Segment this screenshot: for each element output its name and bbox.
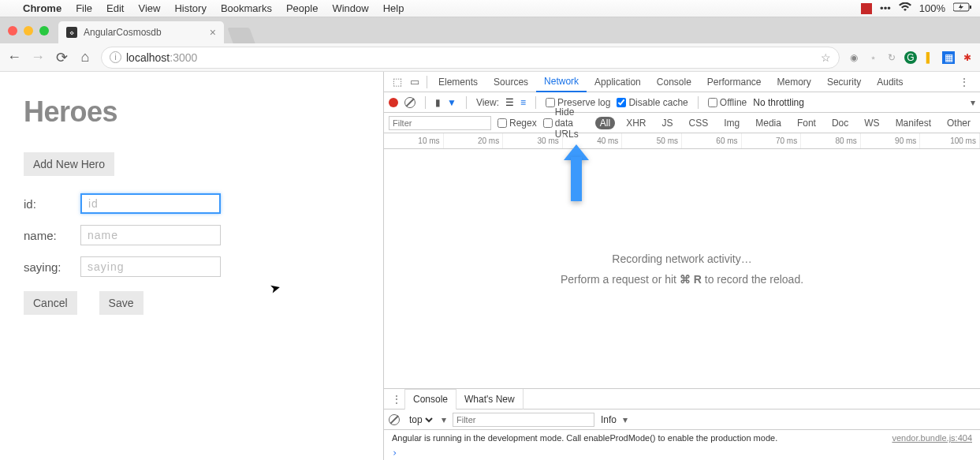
battery-icon [953, 2, 972, 14]
filter-toggle-icon[interactable]: ▼ [447, 97, 456, 108]
console-clear-button[interactable] [389, 414, 400, 425]
tab-performance[interactable]: Performance [699, 72, 769, 92]
filter-type-other[interactable]: Other [942, 117, 975, 129]
view-small-icon[interactable]: ≡ [520, 97, 526, 108]
tab-audits[interactable]: Audits [869, 72, 911, 92]
save-button[interactable]: Save [99, 291, 143, 315]
tab-close-button[interactable]: × [210, 26, 216, 39]
tab-console[interactable]: Console [649, 72, 699, 92]
drawer-tab-console[interactable]: Console [404, 389, 456, 410]
timeline-tick: 90 ms [861, 133, 921, 148]
menubar-app-icon[interactable] [861, 3, 872, 14]
menu-window[interactable]: Window [325, 2, 375, 14]
hero-form: id: name: saying: Cancel Save [24, 193, 360, 315]
bookmark-star-icon[interactable]: ☆ [821, 51, 831, 64]
filter-type-ws[interactable]: WS [859, 117, 884, 129]
timeline-tick: 50 ms [622, 133, 682, 148]
ext-icon-3[interactable]: ↻ [885, 51, 898, 64]
console-level-select[interactable]: Info [601, 414, 617, 425]
console-source-link[interactable]: vendor.bundle.js:404 [892, 433, 972, 443]
drawer-tab-whatsnew[interactable]: What's New [456, 389, 524, 410]
tab-security[interactable]: Security [819, 72, 869, 92]
menu-help[interactable]: Help [376, 2, 412, 14]
filter-type-xhr[interactable]: XHR [621, 117, 650, 129]
menu-file[interactable]: File [69, 2, 99, 14]
tab-sources[interactable]: Sources [486, 72, 536, 92]
menubar-dots-icon[interactable]: ••• [880, 2, 891, 14]
filter-type-all[interactable]: All [595, 117, 615, 129]
wifi-icon[interactable] [899, 2, 911, 14]
throttling-select[interactable]: No throttling [753, 97, 804, 108]
empty-text-2: Perform a request or hit ⌘ R to record t… [561, 273, 803, 286]
chrome-tab-strip: ⋄ AngularCosmosdb × [0, 17, 980, 43]
ext-icon-2[interactable]: ⭑ [866, 51, 879, 64]
ext-icon-5[interactable]: ▌ [923, 51, 936, 64]
menu-edit[interactable]: Edit [99, 2, 131, 14]
site-info-icon[interactable]: i [110, 51, 121, 63]
network-timeline[interactable]: 10 ms 20 ms 30 ms 40 ms 50 ms 60 ms 70 m… [384, 133, 980, 149]
drawer-tabs: ⋮ Console What's New [384, 389, 980, 410]
filter-type-manifest[interactable]: Manifest [891, 117, 936, 129]
ext-icon-7[interactable]: ✱ [961, 51, 974, 64]
clear-button[interactable] [404, 97, 415, 108]
regex-checkbox[interactable]: Regex [497, 118, 537, 129]
tab-application[interactable]: Application [587, 72, 649, 92]
view-large-icon[interactable]: ☰ [505, 97, 514, 108]
drawer-more-icon[interactable]: ⋮ [389, 394, 404, 405]
window-minimize-button[interactable] [24, 26, 33, 36]
console-filter-input[interactable] [453, 413, 594, 427]
offline-checkbox[interactable]: Offline [708, 97, 747, 108]
tab-network[interactable]: Network [536, 72, 587, 92]
home-button[interactable]: ⌂ [77, 49, 93, 65]
network-filter-input[interactable] [389, 116, 491, 130]
tab-elements[interactable]: Elements [430, 72, 486, 92]
saying-label: saying: [24, 260, 80, 274]
screenshot-icon[interactable]: ▮ [435, 97, 441, 108]
menu-history[interactable]: History [167, 2, 213, 14]
console-context-select[interactable]: top [406, 413, 435, 426]
browser-tab[interactable]: ⋄ AngularCosmosdb × [58, 21, 224, 43]
extension-icons: ◉ ⭑ ↻ G ▌ ▦ ✱ [848, 51, 974, 64]
window-controls [8, 17, 58, 43]
window-maximize-button[interactable] [39, 26, 49, 36]
window-close-button[interactable] [8, 26, 17, 36]
cancel-button[interactable]: Cancel [24, 291, 77, 315]
filter-type-css[interactable]: CSS [684, 117, 714, 129]
filter-type-font[interactable]: Font [792, 117, 821, 129]
annotation-arrow-icon [564, 144, 587, 201]
address-bar[interactable]: i localhost:3000 ☆ [101, 47, 840, 69]
devtools-more-icon[interactable]: ⋮ [953, 77, 975, 88]
ext-icon-6[interactable]: ▦ [942, 51, 955, 64]
inspect-element-icon[interactable]: ⬚ [389, 76, 406, 88]
name-input[interactable] [80, 225, 221, 245]
menu-view[interactable]: View [131, 2, 167, 14]
timeline-tick: 80 ms [801, 133, 861, 148]
menu-app[interactable]: Chrome [16, 2, 69, 14]
menu-bookmarks[interactable]: Bookmarks [214, 2, 279, 14]
saying-input[interactable] [80, 256, 221, 277]
filter-type-media[interactable]: Media [751, 117, 786, 129]
level-chevron-icon: ▾ [623, 414, 628, 425]
chrome-toolbar: ← → ⟳ ⌂ i localhost:3000 ☆ ◉ ⭑ ↻ G ▌ ▦ ✱ [0, 43, 980, 72]
record-button[interactable] [389, 98, 398, 107]
reload-button[interactable]: ⟳ [54, 49, 69, 66]
new-tab-button[interactable] [227, 28, 255, 43]
id-input[interactable] [80, 193, 221, 214]
throttling-chevron-icon[interactable]: ▾ [971, 97, 975, 108]
filter-type-img[interactable]: Img [719, 117, 744, 129]
disable-cache-checkbox[interactable]: Disable cache [617, 97, 687, 108]
console-prompt[interactable]: › [384, 446, 980, 460]
tab-memory[interactable]: Memory [769, 72, 819, 92]
forward-button[interactable]: → [30, 49, 46, 65]
ext-icon-4[interactable]: G [904, 51, 917, 64]
ext-icon-1[interactable]: ◉ [848, 51, 860, 64]
back-button[interactable]: ← [6, 49, 22, 65]
menu-people[interactable]: People [279, 2, 325, 14]
filter-type-doc[interactable]: Doc [827, 117, 853, 129]
console-log-row: Angular is running in the development mo… [384, 430, 980, 446]
device-toggle-icon[interactable]: ▭ [406, 76, 423, 88]
url-host: localhost [126, 51, 170, 64]
svg-rect-1 [970, 6, 971, 9]
add-new-hero-button[interactable]: Add New Hero [24, 152, 114, 176]
filter-type-js[interactable]: JS [658, 117, 678, 129]
